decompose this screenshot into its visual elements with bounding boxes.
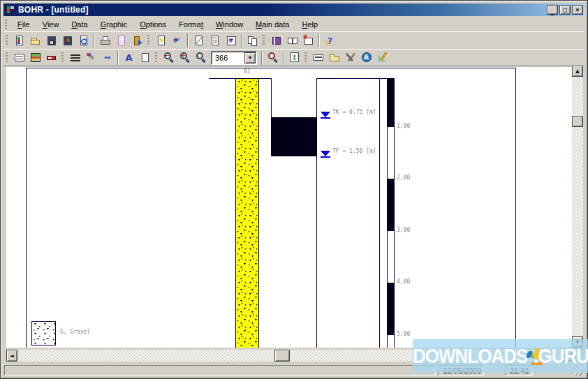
toolbar-grip[interactable] xyxy=(155,52,157,64)
casing-line xyxy=(271,78,272,118)
ruler-segment xyxy=(388,79,394,127)
menu-window[interactable]: Window xyxy=(210,19,249,30)
menu-main-data[interactable]: Main data xyxy=(249,19,295,30)
zoom-value[interactable]: 366 xyxy=(212,52,244,64)
toolbar-separator xyxy=(117,51,119,65)
new-document-button[interactable] xyxy=(11,33,27,48)
arrow-left-icon: ◄ xyxy=(10,353,13,359)
open-folder-icon xyxy=(29,35,42,47)
menu-options[interactable]: Options xyxy=(133,19,172,30)
menu-graphic[interactable]: Graphic xyxy=(94,19,134,30)
toolbar-grip[interactable] xyxy=(6,35,8,46)
zoom-combobox[interactable]: 366 ▼ xyxy=(211,51,257,65)
pencil-colors-icon: ✎ xyxy=(85,52,98,64)
toolbar-grip[interactable] xyxy=(147,35,149,46)
depth-ruler-button[interactable] xyxy=(43,50,59,66)
vertical-scrollbar[interactable]: ▲ ▼ xyxy=(572,66,583,348)
line-styles-button[interactable] xyxy=(11,50,27,66)
print-preview-button[interactable] xyxy=(75,33,91,48)
language-button[interactable]: A xyxy=(358,50,374,66)
refresh-button[interactable]: ↕ xyxy=(286,50,302,66)
horizontal-scroll-thumb[interactable] xyxy=(274,350,290,362)
toolbar-separator xyxy=(187,34,189,47)
magnifier-doc-icon xyxy=(78,35,90,47)
page-numbers-button[interactable]: # xyxy=(223,33,239,48)
vertical-scroll-thumb[interactable] xyxy=(572,116,583,127)
borehole-label: B1 xyxy=(237,68,258,75)
save-button[interactable] xyxy=(43,33,59,48)
menu-view[interactable]: View xyxy=(36,19,66,30)
check-numbers-button[interactable]: # xyxy=(169,33,185,48)
purple-book-icon xyxy=(270,35,283,47)
scroll-up-button[interactable]: ▲ xyxy=(572,66,583,77)
window-title: BOHR - [untitled] xyxy=(18,5,547,15)
catalog-button[interactable] xyxy=(268,33,284,48)
lightning-doc-icon xyxy=(155,35,168,47)
text-block-button[interactable] xyxy=(207,33,223,48)
new-document-icon xyxy=(13,35,26,47)
pen-colors-button[interactable]: ✎ xyxy=(83,50,99,66)
application-window: BOHR - [untitled] _ □ × File View Data G… xyxy=(0,0,588,379)
print-button[interactable] xyxy=(97,33,113,48)
page-setup-button[interactable] xyxy=(113,33,129,48)
panel-divider-line xyxy=(379,78,380,348)
legend-swatch-gravel xyxy=(31,321,56,345)
scroll-left-button[interactable]: ◄ xyxy=(6,350,17,362)
open-file-button[interactable] xyxy=(27,33,43,48)
close-button[interactable]: × xyxy=(572,5,583,15)
line-width-button[interactable] xyxy=(67,50,83,66)
legend-label: G, Gravel xyxy=(60,329,90,335)
depth-label: 1,00 xyxy=(397,123,415,129)
toolbar-grip[interactable] xyxy=(6,52,8,64)
globe-font-icon: A xyxy=(360,52,373,64)
ruler-segment xyxy=(388,335,394,348)
minimize-button[interactable]: _ xyxy=(547,5,558,15)
copy-button[interactable] xyxy=(244,33,260,48)
maximize-button[interactable]: □ xyxy=(559,5,571,15)
borehole-column-gravel xyxy=(235,78,259,348)
profile-editor-button[interactable] xyxy=(27,50,43,66)
book-star-icon xyxy=(302,35,315,47)
import-button[interactable] xyxy=(153,33,169,48)
status-message-panel xyxy=(4,365,436,376)
water-level-symbol-tf xyxy=(321,151,330,158)
small-page-button[interactable] xyxy=(137,50,153,66)
water-annotation-tf: TF = 1,50 [m] xyxy=(332,148,376,154)
toolbar-grip[interactable] xyxy=(61,52,64,64)
zoom-in-button[interactable]: + xyxy=(177,50,193,66)
open-catalog-button[interactable] xyxy=(284,33,300,48)
page-layout-button[interactable] xyxy=(191,33,207,48)
exit-button[interactable] xyxy=(129,33,145,48)
ruler-segment xyxy=(388,283,394,335)
drawing-canvas[interactable]: B1 xyxy=(6,67,572,348)
menu-data[interactable]: Data xyxy=(65,19,94,30)
zoom-out-icon: − xyxy=(163,52,175,64)
chevron-down-icon: ▼ xyxy=(248,55,253,60)
zoom-window-button[interactable]: ▫ xyxy=(193,50,209,66)
header-box-icon xyxy=(312,52,325,64)
new-catalog-button[interactable] xyxy=(300,33,316,48)
header-settings-button[interactable] xyxy=(310,50,326,66)
menu-format[interactable]: Format xyxy=(172,19,210,30)
save-as-button[interactable] xyxy=(59,33,75,48)
tools-button[interactable] xyxy=(342,50,358,66)
page-width-button[interactable]: ↔ xyxy=(99,50,115,66)
maximize-icon: □ xyxy=(563,7,566,13)
project-folder-button[interactable] xyxy=(326,50,342,66)
menu-file[interactable]: File xyxy=(11,19,36,30)
menu-grip[interactable] xyxy=(5,20,7,29)
toolbar-grip[interactable] xyxy=(263,35,265,46)
zoom-dropdown-button[interactable]: ▼ xyxy=(244,52,256,64)
zoom-page-button[interactable] xyxy=(265,50,281,66)
toolbar-grip[interactable] xyxy=(304,52,307,64)
help-button[interactable]: ? xyxy=(322,33,338,48)
zoom-page-icon xyxy=(267,52,279,64)
menu-help[interactable]: Help xyxy=(295,19,324,30)
font-button[interactable]: A xyxy=(121,50,137,66)
zoom-out-button[interactable]: − xyxy=(161,50,177,66)
water-line xyxy=(321,117,330,119)
water-level-symbol-tk xyxy=(321,112,330,119)
floppy-colored-icon xyxy=(61,35,74,47)
drawing-setup-button[interactable] xyxy=(374,50,390,66)
text-lines-icon xyxy=(209,35,221,47)
